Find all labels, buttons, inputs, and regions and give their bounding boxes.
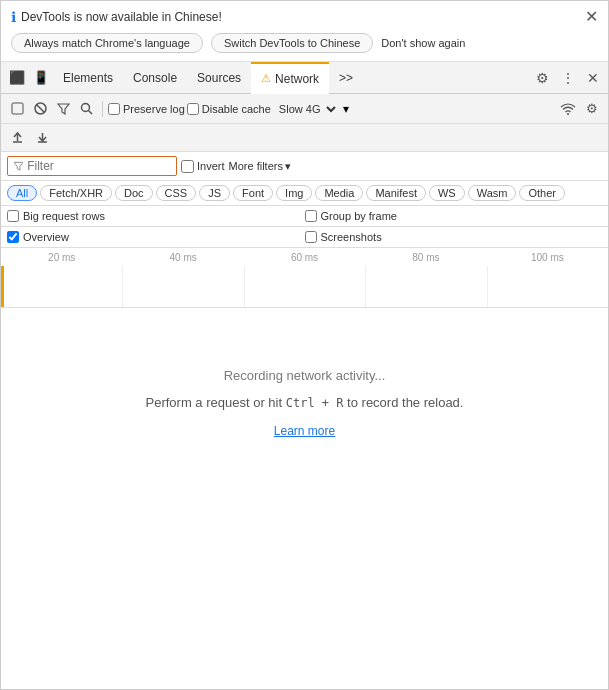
match-language-button[interactable]: Always match Chrome's language: [11, 33, 203, 53]
download-icon: [36, 131, 49, 144]
overview-checkbox[interactable]: [7, 231, 19, 243]
disable-cache-checkbox[interactable]: [187, 103, 199, 115]
timeline-orange-bar: [1, 266, 4, 307]
screenshots-text: Screenshots: [321, 231, 382, 243]
filter-toggle-button[interactable]: [53, 99, 74, 118]
type-chip-img[interactable]: Img: [276, 185, 312, 201]
upload-icon: [11, 131, 24, 144]
screenshots-label[interactable]: Screenshots: [305, 231, 382, 243]
type-chip-css[interactable]: CSS: [156, 185, 197, 201]
disable-cache-label[interactable]: Disable cache: [187, 103, 271, 115]
network-toolbar-2: [1, 124, 608, 152]
filter-funnel-icon: [14, 161, 23, 171]
options-row-2: Overview Screenshots: [1, 227, 608, 248]
filter-input-wrap: [7, 156, 177, 176]
more-filters-button[interactable]: More filters ▾: [229, 160, 291, 173]
network-settings-button[interactable]: ⚙: [582, 98, 602, 119]
tab-elements[interactable]: Elements: [53, 62, 123, 94]
info-bar-buttons: Always match Chrome's language Switch De…: [11, 33, 598, 53]
tabs-left: ⬛ 📱 Elements Console Sources ⚠ Network >…: [5, 62, 531, 94]
clear-button[interactable]: [30, 99, 51, 118]
recording-status: Recording network activity...: [224, 368, 386, 383]
devtools-tabs-bar: ⬛ 📱 Elements Console Sources ⚠ Network >…: [1, 62, 608, 94]
type-chip-js[interactable]: JS: [199, 185, 230, 201]
preserve-log-checkbox[interactable]: [108, 103, 120, 115]
wifi-icon-button[interactable]: [556, 99, 580, 118]
tab-sources[interactable]: Sources: [187, 62, 251, 94]
options-right: Group by frame: [305, 210, 603, 222]
more-options-button[interactable]: ⋮: [556, 66, 580, 90]
preserve-log-label[interactable]: Preserve log: [108, 103, 185, 115]
desc-pre: Perform a request or hit: [146, 395, 286, 410]
svg-marker-11: [14, 162, 23, 170]
dont-show-again-button[interactable]: Don't show again: [381, 37, 465, 49]
group-by-frame-text: Group by frame: [321, 210, 397, 222]
type-chip-font[interactable]: Font: [233, 185, 273, 201]
desc-post: to record the reload.: [344, 395, 464, 410]
tab-network-label: Network: [275, 72, 319, 86]
info-bar: ℹ DevTools is now available in Chinese! …: [1, 1, 608, 62]
type-chip-media[interactable]: Media: [315, 185, 363, 201]
upload-button[interactable]: [7, 128, 28, 147]
timeline-gridline: [1, 266, 122, 307]
tab-more[interactable]: >>: [329, 62, 363, 94]
tab-sources-label: Sources: [197, 71, 241, 85]
overview-label[interactable]: Overview: [7, 231, 69, 243]
throttle-select[interactable]: Slow 4G: [273, 101, 339, 117]
invert-label[interactable]: Invert: [181, 160, 225, 173]
close-infobar-button[interactable]: ✕: [585, 9, 598, 25]
invert-checkbox[interactable]: [181, 160, 194, 173]
tab-more-label: >>: [339, 71, 353, 85]
type-chip-other[interactable]: Other: [519, 185, 565, 201]
options-left: Big request rows: [7, 210, 305, 222]
timeline-label: 20 ms: [1, 252, 122, 263]
timeline-gridlines: [1, 266, 608, 307]
tab-console[interactable]: Console: [123, 62, 187, 94]
type-chip-wasm[interactable]: Wasm: [468, 185, 517, 201]
big-request-rows-checkbox[interactable]: [7, 210, 19, 222]
timeline-label: 60 ms: [244, 252, 365, 263]
preserve-log-text: Preserve log: [123, 103, 185, 115]
devtools-mobile-icon[interactable]: 📱: [29, 70, 53, 85]
close-devtools-button[interactable]: ✕: [582, 66, 604, 90]
type-chip-doc[interactable]: Doc: [115, 185, 153, 201]
svg-marker-3: [58, 104, 69, 114]
options-right-2: Screenshots: [305, 231, 603, 243]
group-by-frame-checkbox[interactable]: [305, 210, 317, 222]
search-button[interactable]: [76, 99, 97, 118]
svg-rect-0: [12, 103, 23, 114]
type-chip-ws[interactable]: WS: [429, 185, 465, 201]
svg-point-6: [567, 113, 569, 115]
tabs-right: ⚙ ⋮ ✕: [531, 66, 604, 90]
timeline-gridline: [365, 266, 486, 307]
filter-input[interactable]: [27, 159, 170, 173]
svg-line-2: [37, 105, 44, 112]
screenshots-checkbox[interactable]: [305, 231, 317, 243]
timeline-label: 100 ms: [487, 252, 608, 263]
clear-icon: [34, 102, 47, 115]
download-button[interactable]: [32, 128, 53, 147]
switch-to-chinese-button[interactable]: Switch DevTools to Chinese: [211, 33, 373, 53]
learn-more-link[interactable]: Learn more: [274, 424, 335, 438]
svg-point-4: [82, 104, 90, 112]
type-chip-manifest[interactable]: Manifest: [366, 185, 426, 201]
filter-bar: Invert More filters ▾: [1, 152, 608, 181]
wifi-icon: [560, 102, 576, 115]
big-request-rows-label[interactable]: Big request rows: [7, 210, 105, 222]
throttle-dropdown-icon: ▾: [343, 102, 349, 116]
timeline-labels: 20 ms40 ms60 ms80 ms100 ms: [1, 248, 608, 263]
type-chip-all[interactable]: All: [7, 185, 37, 201]
record-button[interactable]: [7, 99, 28, 118]
overview-text: Overview: [23, 231, 69, 243]
more-filters-label: More filters: [229, 160, 283, 172]
type-chip-fetch-xhr[interactable]: Fetch/XHR: [40, 185, 112, 201]
tab-network[interactable]: ⚠ Network: [251, 62, 329, 94]
devtools-cursor-icon[interactable]: ⬛: [5, 70, 29, 85]
search-icon: [80, 102, 93, 115]
info-bar-message: DevTools is now available in Chinese!: [21, 10, 222, 24]
network-toolbar: Preserve log Disable cache Slow 4G ▾ ⚙: [1, 94, 608, 124]
settings-button[interactable]: ⚙: [531, 66, 554, 90]
group-by-frame-label[interactable]: Group by frame: [305, 210, 397, 222]
timeline-row: 20 ms40 ms60 ms80 ms100 ms: [1, 248, 608, 308]
timeline-gridline: [122, 266, 243, 307]
